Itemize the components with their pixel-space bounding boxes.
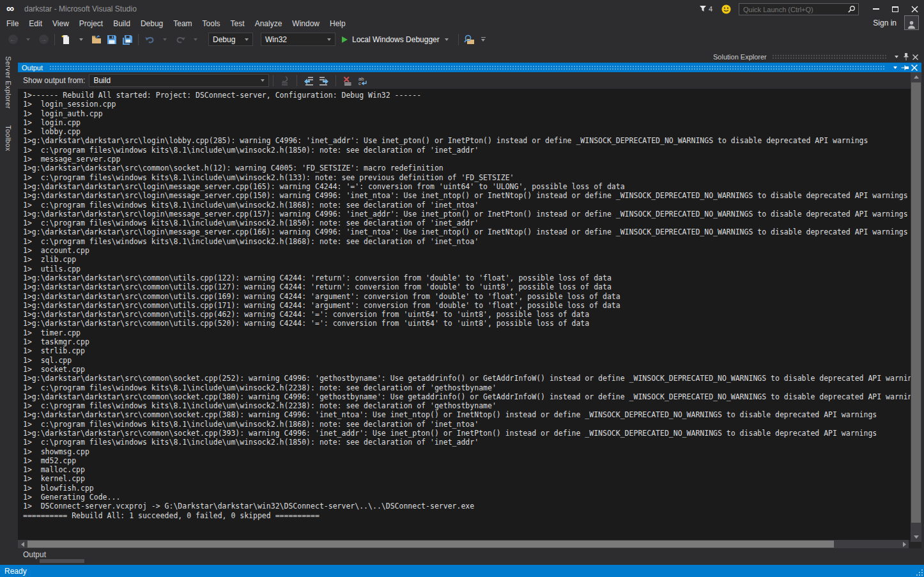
feedback-smiley-icon[interactable] — [721, 4, 731, 14]
menu-item[interactable]: Team — [168, 18, 197, 30]
menu-item[interactable]: Tools — [197, 18, 226, 30]
save-all-button[interactable] — [120, 33, 134, 47]
output-pin-button[interactable] — [900, 63, 909, 72]
close-icon — [911, 6, 918, 13]
menu-item[interactable]: Help — [325, 18, 351, 30]
user-avatar-icon — [907, 20, 916, 29]
auto-hide-tab[interactable]: Server Explorer — [4, 51, 12, 114]
show-output-from-label: Show output from: — [23, 76, 85, 85]
scroll-left-button[interactable] — [18, 540, 27, 548]
output-line: 1> c:\program files\windows kits\8.1\inc… — [23, 237, 911, 246]
output-line: 1> message_server.cpp — [23, 155, 911, 164]
tool-window-tab-bar: Output — [18, 548, 924, 565]
tab-indicator — [40, 559, 84, 563]
notifications-flag-button[interactable]: 4 — [699, 5, 712, 13]
menu-item[interactable]: Build — [108, 18, 135, 30]
search-icon — [847, 5, 856, 13]
quick-launch-input[interactable] — [739, 3, 859, 15]
output-line: 1> login_auth.cpp — [23, 109, 911, 118]
redo-button[interactable] — [173, 33, 187, 47]
vs-logo-icon: ∞ — [6, 1, 19, 17]
auto-hide-tab[interactable]: Toolbox — [4, 120, 12, 157]
auto-hide-tab-strip: Server ExplorerToolbox — [0, 49, 18, 548]
find-in-files-button[interactable] — [463, 33, 477, 47]
output-line: 1> showmsg.cpp — [23, 447, 911, 456]
output-line: 1> c:\program files\windows kits\8.1\inc… — [23, 219, 911, 227]
output-line: 1>------ Rebuild All started: Project: D… — [23, 91, 911, 100]
redo-icon — [175, 35, 186, 45]
scroll-right-button[interactable] — [900, 540, 909, 548]
output-panel-header[interactable]: Output — [18, 63, 921, 72]
solution-explorer-title: Solution Explorer — [713, 53, 767, 61]
output-line: 1> zlib.cpp — [23, 255, 911, 264]
horizontal-scrollbar-thumb[interactable] — [27, 541, 834, 548]
open-file-button[interactable] — [89, 33, 104, 47]
output-tab[interactable]: Output — [19, 550, 50, 559]
minimize-button[interactable] — [866, 2, 886, 16]
horizontal-scrollbar[interactable] — [18, 540, 909, 548]
title-bar: ∞ darkstar - Microsoft Visual Studio 4 — [0, 0, 924, 18]
output-line: 1> login_session.cpp — [23, 100, 911, 109]
start-debug-play-icon — [342, 36, 348, 43]
new-file-dropdown[interactable] — [74, 33, 88, 47]
menu-item[interactable]: Test — [226, 18, 250, 30]
output-source-dropdown[interactable]: Build — [89, 74, 269, 87]
menu-item[interactable]: Project — [74, 18, 108, 30]
next-message-button[interactable] — [317, 74, 331, 87]
auto-hide-pin-icon — [901, 65, 909, 71]
menu-item[interactable]: Window — [287, 18, 325, 30]
find-message-in-code-button[interactable] — [278, 74, 292, 87]
output-line: 1> login.cpp — [23, 118, 911, 127]
menu-items: FileEditViewProjectBuildDebugTeamToolsTe… — [1, 18, 351, 30]
menu-item[interactable]: Edit — [24, 18, 47, 30]
navigate-backward-dropdown[interactable] — [21, 33, 35, 47]
output-close-button[interactable] — [909, 63, 919, 72]
navigate-forward-button[interactable]: → — [36, 33, 50, 47]
scroll-down-button[interactable] — [911, 532, 921, 542]
output-line: 1>g:\darkstar\darkstar\src\common\utils.… — [23, 273, 911, 282]
scroll-up-button[interactable] — [911, 72, 921, 82]
menu-item[interactable]: Analyze — [250, 18, 288, 30]
solution-platforms-dropdown[interactable]: Win32 — [261, 33, 335, 46]
output-line: 1>g:\darkstar\darkstar\src\common\utils.… — [23, 282, 911, 291]
output-line: 1>g:\darkstar\darkstar\src\common\utils.… — [23, 310, 911, 319]
resize-grip[interactable] — [915, 568, 923, 576]
vertical-scrollbar-thumb[interactable] — [911, 82, 921, 523]
next-message-icon — [319, 75, 329, 86]
solution-configurations-dropdown[interactable]: Debug — [208, 33, 253, 46]
undo-dropdown[interactable] — [158, 33, 172, 47]
output-line: 1>g:\darkstar\darkstar\src\login\message… — [23, 182, 911, 191]
solution-platforms-value: Win32 — [265, 35, 287, 44]
output-log[interactable]: 1>------ Rebuild All started: Project: D… — [18, 89, 911, 540]
undo-button[interactable] — [142, 33, 157, 47]
previous-message-button[interactable] — [302, 74, 316, 87]
output-line: 1>g:\darkstar\darkstar\src\common\socket… — [23, 374, 911, 383]
output-window-position-button[interactable] — [890, 63, 900, 72]
user-avatar-button[interactable] — [904, 15, 919, 30]
maximize-button[interactable] — [886, 2, 905, 16]
menu-item[interactable]: File — [1, 18, 24, 30]
save-button[interactable] — [105, 33, 119, 47]
redo-dropdown[interactable] — [189, 33, 203, 47]
new-file-button[interactable] — [59, 33, 73, 47]
toolbar-options-button[interactable] — [481, 37, 486, 42]
toggle-word-wrap-button[interactable]: ab c — [356, 74, 370, 87]
solution-explorer-window-position-button[interactable] — [891, 52, 901, 61]
output-line: 1> blowfish.cpp — [23, 484, 911, 493]
output-line: 1> malloc.cpp — [23, 465, 911, 474]
sign-in-link[interactable]: Sign in — [873, 19, 897, 27]
save-icon — [107, 35, 117, 45]
menu-item[interactable]: Debug — [135, 18, 168, 30]
solution-explorer-pin-button[interactable] — [901, 52, 911, 61]
output-line: 1> utils.cpp — [23, 265, 911, 273]
navigate-backward-button[interactable]: ← — [6, 33, 20, 47]
clear-all-button[interactable] — [341, 74, 355, 87]
output-line: 1> timer.cpp — [23, 328, 911, 337]
vertical-scrollbar[interactable] — [911, 72, 921, 542]
quick-launch — [739, 3, 859, 15]
menu-item[interactable]: View — [47, 18, 74, 30]
start-debugging-button[interactable]: Local Windows Debugger — [339, 33, 451, 47]
close-button[interactable] — [905, 2, 924, 16]
output-line: 1>g:\darkstar\darkstar\src\common\utils.… — [23, 301, 911, 310]
solution-explorer-close-button[interactable] — [911, 52, 920, 61]
